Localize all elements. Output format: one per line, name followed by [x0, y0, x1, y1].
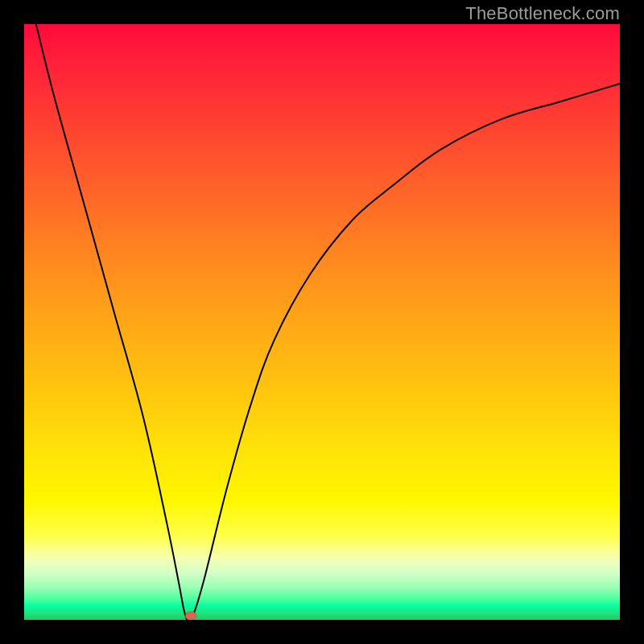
- plot-area: [24, 24, 620, 620]
- plot-svg: [24, 24, 620, 620]
- minimum-marker: [185, 612, 196, 621]
- watermark-text: TheBottleneck.com: [465, 3, 620, 24]
- chart-frame: TheBottleneck.com: [0, 0, 644, 644]
- bottleneck-curve: [36, 24, 620, 620]
